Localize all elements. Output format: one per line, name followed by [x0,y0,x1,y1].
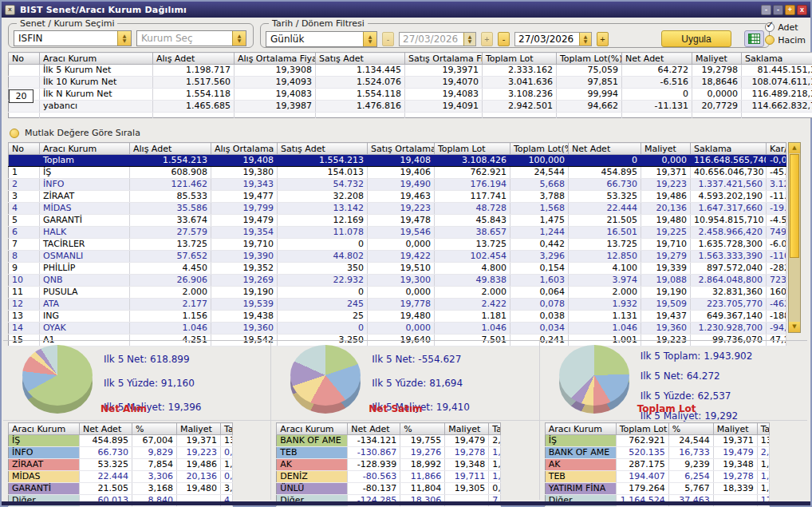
table-row[interactable]: yabancı1.465.68519,39871.476.81619,40912… [9,101,812,113]
column-header[interactable]: No [9,143,40,155]
table-row[interactable]: 13ING1.15619,4382519,4801.1810,0381.1311… [9,311,786,323]
table-row[interactable]: 2İNFO121.46219,34354.73219,490176.1945,6… [9,179,786,191]
table-row[interactable]: İlk N Kurum Net1.554.11819,40831.554.118… [9,89,812,101]
column-header[interactable]: % [400,423,445,435]
table-row[interactable]: 8OSMANLI57.65219,39044.80219,422102.4543… [9,251,786,263]
column-header[interactable]: Takas% [757,423,769,435]
table-row[interactable]: 1İŞ608.90819,380154.01319,406762.92124,5… [9,167,786,179]
table-row[interactable]: 7TACİRLER13.72519,71000,00013.7250,44213… [9,239,786,251]
date-from-field[interactable]: 27/03/2026 ▲▼ [399,32,476,46]
column-header[interactable]: Net Adet [569,143,641,155]
column-header[interactable]: % [132,423,177,435]
scrollbar-thumb[interactable] [790,154,799,258]
column-header[interactable]: Satış Ortalama Fi [368,143,435,155]
table-row[interactable]: TEB-130.86719,27619,2781,312 [277,447,501,459]
senet-combo[interactable]: ISFIN ▲▼ [14,30,132,46]
column-header[interactable]: Aracı Kurum [40,53,153,65]
date-spinner-icon[interactable]: ▲▼ [579,33,591,46]
table-row[interactable]: İlk 10 Kurum Net1.517.56019,40931.524.07… [9,77,812,89]
combo-arrows-icon[interactable]: ▲▼ [117,31,131,46]
table-row[interactable]: 11PUSULA2.00019,19000,0002.0000,0642.000… [9,287,786,299]
column-header[interactable]: % [668,423,713,435]
table-row[interactable]: BANK OF AME-134.12119,75519,4792,937 [277,435,501,447]
date-spinner-icon[interactable]: ▲▼ [463,33,475,46]
table-row[interactable]: 14OYAK1.04619,36000,0001.0460,0341.04619… [9,323,786,335]
date-to-plus-button[interactable]: + [597,32,609,46]
column-header[interactable]: Alış Adet [130,143,211,155]
minimize-icon[interactable]: - [761,5,771,15]
adet-radio[interactable]: Adet [765,21,806,34]
table-row[interactable]: TEB194.4076,25419,2781,312 [545,471,769,483]
column-header[interactable]: Maliyet [445,423,489,435]
column-header[interactable]: Toplam Lot [616,423,668,435]
table-row[interactable]: AK-128.93918,99219,3481,490 [277,459,501,471]
kurum-combo[interactable]: Kurum Seç ▲▼ [136,30,246,46]
column-header[interactable]: Toplam Lot [435,143,510,155]
table-row[interactable]: İNFO66.7309,82919,2230,431 [9,447,233,459]
column-header[interactable]: Maliyet [641,143,691,155]
table-row[interactable]: 9PHİLLİP4.45019,35235019,5104.8000,1544.… [9,263,786,275]
column-header[interactable]: Alış Ortalama Fiy [211,143,278,155]
date-to-field[interactable]: 27/03/2026 ▲▼ [514,32,592,46]
column-header[interactable]: Kar/Zarar [767,143,786,155]
column-header[interactable]: Aracı Kurum [40,143,130,155]
column-header[interactable]: Net Adet [348,423,400,435]
scroll-up-icon[interactable]: ▲ [789,143,800,153]
column-header[interactable]: Satış Ortalama Fiyat [405,53,483,65]
column-header[interactable]: Maliyet [713,423,757,435]
column-header[interactable]: Maliyet [177,423,221,435]
maximize-icon[interactable]: + [785,5,795,15]
mutlak-radio[interactable] [10,129,19,138]
combo-arrows-icon[interactable]: ▲▼ [232,31,246,46]
column-header[interactable]: Aracı Kurum [545,423,616,435]
table-row[interactable]: İŞ454.89567,00419,37113,108 [9,435,233,447]
column-header[interactable]: Maliyet [692,53,742,65]
table-row[interactable]: 5GARANTİ33.67419,47912.16919,47845.8431,… [9,215,786,227]
table-row[interactable]: DENİZ-80.56311,86619,7111,358 [277,471,501,483]
table-row[interactable]: 3ZİRAAT85.53319,47732.20819,463117.7413,… [9,191,786,203]
column-header[interactable]: No [9,53,40,65]
column-header[interactable]: Net Adet [80,423,132,435]
scroll-down-icon[interactable]: ▼ [789,322,800,332]
combo-arrows-icon[interactable]: ▲▼ [363,32,376,46]
column-header[interactable]: Net Adet [622,53,692,65]
column-header[interactable]: Toplam Lot [483,53,557,65]
table-row[interactable]: BANK OF AME520.13516,73319,4792,937 [545,447,769,459]
apply-button[interactable]: Uygula [661,30,731,47]
column-header[interactable]: Alış Ortalama Fiyat [235,53,316,65]
column-header[interactable]: Aracı Kurum [277,423,348,435]
shade-icon[interactable]: - [773,5,783,15]
period-combo[interactable]: Günlük ▲▼ [266,31,377,47]
table-row[interactable]: AK287.1759,23919,3481,490 [545,459,769,471]
table-row[interactable]: GARANTİ21.5053,16819,4803,532 [9,483,233,495]
table-row[interactable]: 6HALK27.57919,35411.07819,54638.6571,244… [9,227,786,239]
table-row[interactable]: 10QNB26.90619,26922.93219,30049.8381,603… [9,275,786,287]
close-icon[interactable]: x [5,5,15,15]
hacim-radio[interactable]: Hacim [765,34,806,46]
column-header[interactable]: Toplam Lot(% [510,143,569,155]
date-from-plus-button[interactable]: + [481,32,493,46]
table-row[interactable]: Toplam1.554.21319,4081.554.21319,4083.10… [9,155,786,167]
column-header[interactable]: Takas% [221,423,233,435]
vertical-scrollbar[interactable]: ▲ ▼ [788,142,801,333]
excel-export-button[interactable] [744,30,764,47]
column-header[interactable]: Takas% [489,423,501,435]
column-header[interactable]: Saklama [691,143,767,155]
n-kurum-input[interactable]: 20 [9,89,34,103]
column-header[interactable]: Satış Adet [316,53,405,65]
date-to-minus-button[interactable]: - [498,32,510,46]
table-row[interactable]: ZİRAAT53.3257,85419,4861,481 [9,459,233,471]
column-header[interactable]: Toplam Lot(%) [557,53,622,65]
column-header[interactable]: Aracı Kurum [9,423,80,435]
close-window-icon[interactable]: x [797,5,807,15]
table-row[interactable]: 12ATA2.17719,53924519,7782.4220,0781.932… [9,299,786,311]
column-header[interactable]: Saklama [742,53,812,65]
table-row[interactable]: 4MİDAS35.58619,79913.14219,22348.7281,56… [9,203,786,215]
table-row[interactable]: MİDAS22.4443,30620,1360,531 [9,471,233,483]
table-row[interactable]: İŞ762.92124,54419,37113,108 [545,435,769,447]
column-header[interactable]: Alış Adet [153,53,235,65]
table-row[interactable]: ÜNLÜ-80.13711,80419,3050,079 [277,483,501,495]
table-row[interactable]: YATIRIM FİNA179.2645,76718,3391,636 [545,483,769,495]
table-row[interactable]: İlk 5 Kurum Net1.198.71719,39081.134.445… [9,65,812,77]
date-from-minus-button[interactable]: - [382,32,394,46]
